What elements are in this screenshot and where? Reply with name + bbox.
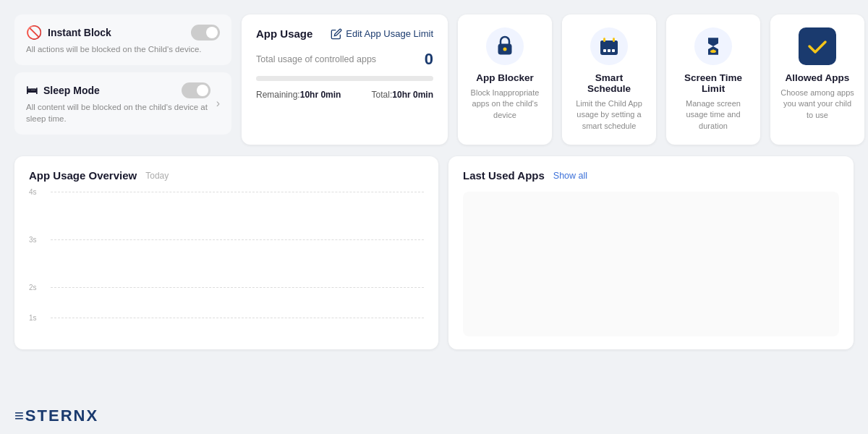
remaining-label: Remaining:10hr 0min bbox=[256, 90, 341, 100]
smart-schedule-icon bbox=[590, 27, 628, 65]
remaining-row: Remaining:10hr 0min Total:10hr 0min bbox=[256, 90, 433, 100]
feature-card-smart-schedule[interactable]: Smart Schedule Limit the Child App usage… bbox=[562, 14, 656, 145]
sleep-mode-card: 🛏 Sleep Mode All content will be blocked… bbox=[14, 72, 231, 135]
svg-rect-13 bbox=[799, 27, 836, 65]
overview-header: App Usage Overview Today bbox=[29, 169, 424, 182]
svg-point-11 bbox=[694, 27, 732, 65]
y-label-1s: 1s bbox=[29, 314, 37, 322]
app-blocker-icon bbox=[486, 27, 524, 65]
allowed-apps-title: Allowed Apps bbox=[786, 72, 850, 83]
feature-card-allowed-apps[interactable]: Allowed Apps Choose among apps you want … bbox=[770, 14, 864, 145]
smart-schedule-desc: Limit the Child App usage by setting a s… bbox=[572, 98, 646, 132]
progress-bar-bg bbox=[256, 76, 433, 81]
app-blocker-desc: Block Inappropriate apps on the child's … bbox=[468, 88, 542, 121]
sleep-mode-icon: 🛏 bbox=[26, 84, 38, 97]
screen-time-title: Screen Time Limit bbox=[676, 72, 750, 94]
svg-rect-7 bbox=[613, 38, 615, 42]
sternx-logo: ≡ STERNX bbox=[14, 407, 98, 425]
svg-rect-5 bbox=[600, 41, 618, 46]
logo-icon: ≡ bbox=[14, 407, 24, 425]
sleep-mode-toggle[interactable] bbox=[182, 82, 210, 98]
today-badge: Today bbox=[145, 171, 169, 181]
instant-block-icon: 🚫 bbox=[26, 25, 42, 41]
app-usage-card: App Usage Edit App Usage Limit Total usa… bbox=[242, 14, 448, 145]
chart-area: 4s 3s 2s 1s bbox=[29, 192, 424, 336]
logo-text: STERNX bbox=[25, 407, 98, 425]
top-row: 🚫 Instant Block All actions will be bloc… bbox=[14, 14, 854, 145]
screen-time-icon bbox=[694, 27, 732, 65]
edit-icon bbox=[331, 28, 342, 40]
screen-time-desc: Manage screen usage time and duration bbox=[676, 98, 750, 132]
total-usage-row: Total usage of controlled apps 0 bbox=[256, 50, 433, 69]
chart-grid bbox=[51, 192, 424, 336]
show-all-button[interactable]: Show all bbox=[553, 171, 587, 181]
instant-block-header: 🚫 Instant Block bbox=[26, 25, 220, 41]
sleep-mode-content: 🛏 Sleep Mode All content will be blocked… bbox=[26, 82, 210, 124]
svg-rect-10 bbox=[612, 49, 615, 52]
overview-title: App Usage Overview bbox=[29, 169, 137, 182]
last-used-header: Last Used Apps Show all bbox=[463, 169, 839, 182]
grid-line-2 bbox=[51, 287, 424, 288]
sleep-mode-chevron[interactable]: › bbox=[216, 97, 220, 110]
sleep-mode-header: 🛏 Sleep Mode bbox=[26, 82, 210, 98]
sleep-mode-desc: All content will be blocked on the child… bbox=[26, 101, 210, 124]
y-label-3s: 3s bbox=[29, 236, 37, 244]
svg-rect-8 bbox=[603, 49, 606, 52]
app-usage-title: App Usage bbox=[256, 27, 312, 40]
sleep-mode-title: 🛏 Sleep Mode bbox=[26, 84, 100, 97]
allowed-apps-desc: Choose among apps you want your child to… bbox=[780, 88, 854, 121]
total-usage-label: Total usage of controlled apps bbox=[256, 54, 376, 64]
svg-point-2 bbox=[503, 48, 507, 51]
instant-block-title: 🚫 Instant Block bbox=[26, 25, 111, 41]
edit-usage-limit-button[interactable]: Edit App Usage Limit bbox=[331, 28, 433, 40]
feature-card-app-blocker[interactable]: App Blocker Block Inappropriate apps on … bbox=[458, 14, 552, 145]
total-usage-value: 0 bbox=[425, 50, 433, 69]
last-used-apps-content bbox=[463, 192, 839, 336]
svg-rect-9 bbox=[608, 49, 610, 52]
y-label-4s: 4s bbox=[29, 188, 37, 196]
last-used-title: Last Used Apps bbox=[463, 169, 545, 182]
grid-line-1 bbox=[51, 318, 424, 318]
smart-schedule-title: Smart Schedule bbox=[572, 72, 646, 94]
instant-block-toggle[interactable] bbox=[191, 25, 220, 41]
feature-card-screen-time[interactable]: Screen Time Limit Manage screen usage ti… bbox=[666, 14, 760, 145]
instant-block-card: 🚫 Instant Block All actions will be bloc… bbox=[14, 14, 231, 65]
allowed-apps-icon bbox=[799, 27, 836, 65]
left-controls: 🚫 Instant Block All actions will be bloc… bbox=[14, 14, 231, 145]
grid-line-4 bbox=[51, 192, 424, 192]
last-used-apps-card: Last Used Apps Show all bbox=[448, 156, 854, 349]
y-label-2s: 2s bbox=[29, 284, 37, 292]
bottom-row: App Usage Overview Today 4s 3s 2s 1s bbox=[14, 156, 854, 349]
total-time-label: Total:10hr 0min bbox=[372, 90, 433, 100]
feature-cards: App Blocker Block Inappropriate apps on … bbox=[458, 14, 864, 145]
app-usage-header: App Usage Edit App Usage Limit bbox=[256, 27, 433, 40]
app-blocker-title: App Blocker bbox=[476, 72, 534, 83]
grid-line-3 bbox=[51, 239, 424, 240]
svg-point-12 bbox=[710, 50, 716, 53]
svg-rect-6 bbox=[603, 38, 605, 42]
app-usage-overview-card: App Usage Overview Today 4s 3s 2s 1s bbox=[14, 156, 438, 349]
instant-block-desc: All actions will be blocked on the Child… bbox=[26, 43, 220, 55]
sleep-mode-row: 🛏 Sleep Mode All content will be blocked… bbox=[26, 82, 220, 124]
